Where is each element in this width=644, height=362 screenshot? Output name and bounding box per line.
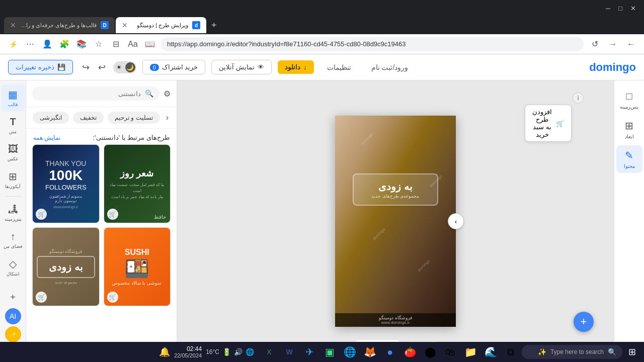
info-icon[interactable]: i (573, 93, 584, 104)
edge-copilot-btn[interactable]: ⚡ (6, 37, 20, 51)
minimize-btn[interactable]: ─ (602, 0, 614, 16)
login-btn[interactable]: ورود/ثبت نام (364, 60, 416, 74)
panel-search-row: ⚙ 🔍 (26, 80, 177, 107)
tab-editor[interactable]: d ویرایش طرح | دومینگو ✕ (116, 17, 206, 33)
store-name: فروشگاه دومینگو (379, 315, 412, 320)
panel-search-input[interactable] (38, 90, 141, 98)
icon-panel-icons[interactable]: ⊞ آیکون‌ها (1, 166, 25, 193)
taskbar-edge[interactable]: 🌊 (481, 343, 500, 361)
taskbar-telegram[interactable]: ✈ (300, 343, 318, 361)
theme-toggle[interactable]: 🌙 ☀ (113, 61, 136, 73)
template-card-1[interactable]: شعر روز بیا که قصر امل سخت سست بنیاد است… (104, 144, 171, 223)
taskbar-pomodoro[interactable]: 🍅 (401, 343, 419, 361)
taskbar-browser3[interactable]: 🌐 (341, 343, 359, 361)
cat-tab-eulogy[interactable]: تسلیت و ترحیم (108, 112, 160, 124)
tab-close-2[interactable]: ✕ (122, 21, 128, 29)
taskbar-chrome[interactable]: ⬤ (421, 343, 439, 361)
profile-btn[interactable]: 👤 (40, 37, 54, 51)
panel-magic-btn[interactable]: ✨ (5, 326, 21, 342)
canvas-area: i 🛒 افزودن طرح به سبد خرید domingo domin… (177, 80, 614, 362)
icon-panel-shapes[interactable]: ◇ اشکال (1, 254, 25, 281)
cat-tab-discount[interactable]: تخفیف (73, 112, 104, 124)
extensions-btn[interactable]: 🧩 (57, 37, 71, 51)
template-card-3[interactable]: SUSHI 🍱 سوشی با سالاد مخصوص 🛒 (104, 227, 171, 306)
tool-background[interactable]: □ پس‌زمینه (616, 86, 642, 114)
show-all-btn[interactable]: نمایش همه (33, 134, 60, 141)
templates-panel-icon: ▦ (8, 88, 18, 101)
canvas[interactable]: domingo domingo domingo domingo به زودی … (335, 116, 456, 327)
save-btn[interactable]: 💾 ذخیره تغییرات (8, 60, 73, 74)
icon-panel-photo[interactable]: 🖼 عکس (1, 139, 25, 165)
icon-panel-text[interactable]: T متن (1, 112, 25, 138)
panel-ai-btn[interactable]: AI (5, 308, 21, 324)
filter-btn[interactable]: ⚙ (164, 89, 171, 99)
redo-btn[interactable]: ↪ (79, 60, 93, 74)
download-btn[interactable]: ↓ دانلود (278, 60, 314, 74)
clock-time: 02:44 (174, 345, 202, 352)
coming-soon-subtitle: مجموعه‌ی طرح‌های جدید (364, 194, 427, 199)
more-btn[interactable]: ⋯ (23, 37, 37, 51)
tab-close-1[interactable]: ✕ (10, 21, 16, 29)
cat-arrow-prev[interactable]: ‹ (164, 111, 171, 124)
settings-btn[interactable]: تنظیمات (320, 60, 358, 74)
undo-btn[interactable]: ↩ (95, 60, 109, 74)
taskbar-task-view[interactable]: ⧉ (502, 343, 520, 361)
notification-icon[interactable]: 🔔 (159, 346, 170, 357)
main-area: □ پس‌زمینه ⊞ ابعاد ✎ محتوا i 🛒 افزودن طر… (0, 80, 644, 362)
back-btn[interactable]: ← (624, 37, 638, 51)
taskbar-android[interactable]: ▣ (320, 343, 339, 361)
collections-btn[interactable]: 📚 (74, 37, 89, 51)
taskbar-clock[interactable]: 02:44 22/05/2024 (174, 345, 202, 358)
address-input[interactable] (161, 37, 584, 51)
cat-arrow-next[interactable]: › (26, 111, 29, 124)
refresh-btn[interactable]: ↺ (588, 37, 602, 51)
network-icon[interactable]: 🌐 (246, 348, 254, 356)
immersive-reader-btn[interactable]: Aa (126, 37, 140, 51)
canvas-add-element-btn[interactable]: + (574, 312, 594, 332)
template-card-4[interactable]: فروشگاه دومینگو به زودی مجموعه جدید 🛒 (32, 227, 100, 306)
volume-icon[interactable]: 🔊 (234, 348, 243, 356)
tab-templates[interactable]: D قالب‌ها و طرح‌های حرفه‌ای و رایگان ✕ (4, 17, 115, 33)
myspace-panel-icon: ↑ (11, 231, 16, 242)
maximize-btn[interactable]: □ (614, 0, 626, 16)
panel-plus-btn[interactable]: + (4, 288, 22, 306)
start-btn[interactable]: ⊞ (624, 346, 640, 357)
battery-icon[interactable]: 🔋 (222, 348, 231, 356)
browser-chrome2-icon: ● (387, 346, 393, 358)
canvas-bottom-strip: فروشگاه دومینگو www.domingo.ir (335, 313, 456, 327)
content-tool-icon: ✎ (625, 149, 633, 161)
taskbar-excel[interactable]: X (260, 343, 278, 361)
tmpl1-cart-icon[interactable]: 🛒 (107, 209, 118, 220)
icon-panel-background[interactable]: 🏞 پس‌زمینه (1, 200, 25, 226)
app-logo: domingo (589, 61, 636, 74)
dark-mode-opt[interactable]: 🌙 (125, 62, 135, 72)
cat-tab-motivational[interactable]: انگیزشی (33, 112, 69, 124)
icon-panel-templates[interactable]: ▦ قالب (1, 84, 25, 111)
taskbar-browser-chrome2[interactable]: ● (381, 343, 399, 361)
forward-btn[interactable]: → (606, 37, 620, 51)
taskbar-search[interactable]: 🔍 Type here to search ✨ (522, 345, 622, 359)
expand-panel-btn[interactable]: › (448, 213, 464, 229)
tmpl3-cart-icon[interactable]: 🛒 (107, 292, 118, 303)
subscribe-btn[interactable]: خرید اشتراک 0 (142, 60, 206, 74)
tmpl2-cart-icon[interactable]: 🛒 (36, 209, 47, 220)
taskbar-store[interactable]: 🛍 (441, 343, 459, 361)
tool-dimensions[interactable]: ⊞ ابعاد (616, 116, 642, 143)
template-card-2[interactable]: THANK YOU 100K FOLLOWERS ممنونم از همراه… (32, 144, 100, 223)
split-screen-btn[interactable]: ⊟ (109, 37, 123, 51)
new-tab-btn[interactable]: + (207, 20, 221, 31)
preview-btn[interactable]: 👁 نمایش آنلاین (211, 60, 272, 74)
taskbar-word[interactable]: W (280, 343, 298, 361)
read-aloud-btn[interactable]: 📖 (143, 37, 157, 51)
close-btn[interactable]: ✕ (626, 0, 640, 16)
tmpl4-cart-icon[interactable]: 🛒 (36, 292, 47, 303)
taskbar-explorer[interactable]: 📁 (461, 343, 479, 361)
tool-content[interactable]: ✎ محتوا (616, 145, 642, 173)
favorites-btn[interactable]: ☆ (92, 37, 106, 51)
template-preview-1: شعر روز بیا که قصر امل سخت سست بنیاد است… (104, 145, 171, 223)
light-mode-opt[interactable]: ☀ (114, 62, 124, 72)
content-tool-label: محتوا (624, 163, 635, 169)
taskbar-firefox[interactable]: 🦊 (361, 343, 379, 361)
icon-panel-myspace[interactable]: ↑ فضای من (1, 227, 25, 253)
add-to-cart-btn[interactable]: 🛒 افزودن طرح به سبد خرید (525, 105, 572, 142)
